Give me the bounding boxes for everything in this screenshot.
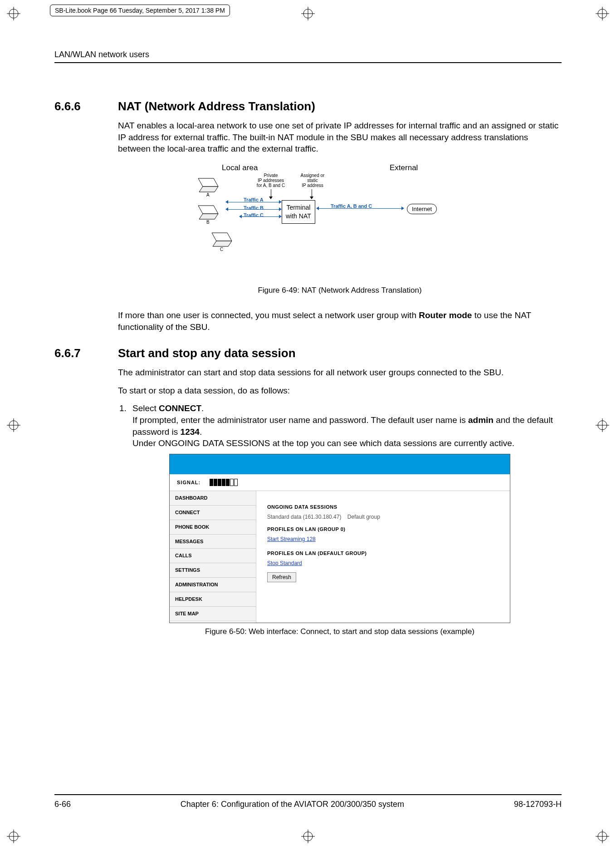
crop-mark-icon [596, 7, 609, 20]
traffic-abc-label: Traffic A, B and C [331, 203, 372, 210]
ws-top-bar [170, 454, 510, 474]
ws-nav: DASHBOARD CONNECT PHONE BOOK MESSAGES CA… [170, 491, 256, 623]
page-number: 6-66 [54, 800, 71, 809]
laptop-a-icon: A [195, 177, 222, 193]
crop-mark-icon [301, 7, 315, 20]
laptop-b-icon: B [195, 204, 222, 220]
internet-cloud: Internet [407, 204, 437, 215]
private-ip-label: PrivateIP addressesfor A, B and C [253, 173, 289, 188]
nat-intro-paragraph: NAT enables a local-area network to use … [118, 120, 562, 155]
terminal-nat-box: Terminalwith NAT [282, 200, 315, 224]
nav-settings[interactable]: SETTINGS [170, 563, 256, 578]
nav-connect[interactable]: CONNECT [170, 506, 256, 520]
svg-marker-26 [198, 206, 218, 214]
svg-marker-25 [199, 187, 218, 192]
nav-helpdesk[interactable]: HELPDESK [170, 592, 256, 607]
svg-marker-29 [213, 241, 232, 246]
start-streaming-link[interactable]: Start Streaming 128 [267, 536, 316, 543]
profiles-group0-heading: PROFILES ON LAN (GROUP 0) [267, 526, 499, 533]
crop-mark-icon [301, 830, 315, 843]
ongoing-sessions-heading: ONGOING DATA SESSIONS [267, 504, 499, 511]
crop-mark-icon [596, 830, 609, 843]
crop-mark-icon [7, 830, 20, 843]
svg-marker-28 [212, 233, 232, 241]
nat-diagram-figure: Local area External PrivateIP addressesf… [118, 163, 562, 281]
step-1: Select CONNECT. If prompted, enter the a… [129, 403, 562, 449]
svg-marker-24 [198, 178, 218, 187]
profiles-default-heading: PROFILES ON LAN (DEFAULT GROUP) [267, 550, 499, 557]
signal-label: SIGNAL: [177, 479, 200, 486]
nav-messages[interactable]: MESSAGES [170, 535, 256, 549]
nav-administration[interactable]: ADMINISTRATION [170, 578, 256, 592]
crop-mark-icon [7, 418, 20, 432]
figure-649-caption: Figure 6-49: NAT (Network Address Transl… [118, 285, 562, 296]
nav-dashboard[interactable]: DASHBOARD [170, 491, 256, 506]
external-label: External [390, 163, 418, 173]
static-ip-label: Assigned orstaticIP address [297, 173, 328, 188]
refresh-button[interactable]: Refresh [267, 572, 296, 582]
web-interface-screenshot: SIGNAL: DASHBOARD CONNECT PHONE BOOK MES… [169, 454, 510, 623]
local-area-label: Local area [222, 163, 258, 173]
section-number-667: 6.6.7 [54, 346, 100, 360]
admin-intro-paragraph: The administrator can start and stop dat… [118, 367, 562, 378]
signal-bars-icon [210, 479, 238, 486]
crop-mark-icon [596, 418, 609, 432]
instructions-lead: To start or stop a data session, do as f… [118, 385, 562, 397]
laptop-c-icon: C [208, 231, 235, 247]
running-header: LAN/WLAN network users [54, 50, 562, 63]
nav-phone-book[interactable]: PHONE BOOK [170, 520, 256, 535]
laptop-letter-c: C [220, 246, 223, 253]
traffic-a-label: Traffic A [244, 197, 264, 203]
traffic-b-label: Traffic B [244, 205, 264, 211]
crop-mark-icon [7, 7, 20, 20]
traffic-c-label: Traffic C [244, 212, 264, 219]
figure-650-caption: Figure 6-50: Web interface: Connect, to … [118, 627, 562, 637]
section-title-667: Start and stop any data session [118, 346, 296, 360]
session-row: Standard data (161.30.180.47) Default gr… [267, 513, 499, 521]
arrow-down-icon [312, 189, 312, 198]
laptop-letter-b: B [206, 219, 210, 226]
nav-site-map[interactable]: SITE MAP [170, 607, 256, 621]
book-info-tab: SB-Lite.book Page 66 Tuesday, September … [50, 5, 230, 16]
stop-standard-link[interactable]: Stop Standard [267, 560, 302, 567]
section-number-666: 6.6.6 [54, 99, 100, 113]
arrow-down-icon [271, 189, 271, 198]
chapter-title-footer: Chapter 6: Configuration of the AVIATOR … [181, 800, 404, 809]
laptop-letter-a: A [206, 192, 210, 198]
nav-calls[interactable]: CALLS [170, 549, 256, 563]
router-mode-paragraph: If more than one user is connected, you … [118, 310, 562, 333]
svg-marker-27 [199, 214, 218, 219]
doc-id-footer: 98-127093-H [514, 800, 562, 809]
section-title-666: NAT (Network Address Translation) [118, 99, 315, 113]
